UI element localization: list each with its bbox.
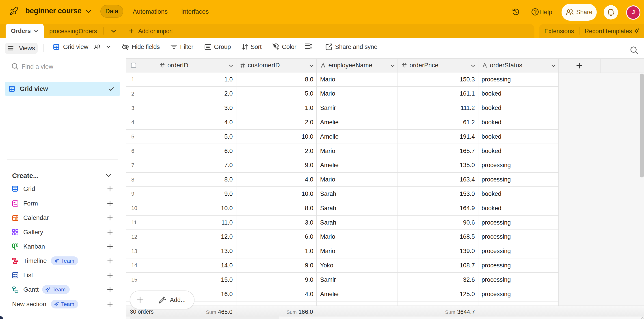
svg-text:31: 31 bbox=[14, 218, 17, 220]
